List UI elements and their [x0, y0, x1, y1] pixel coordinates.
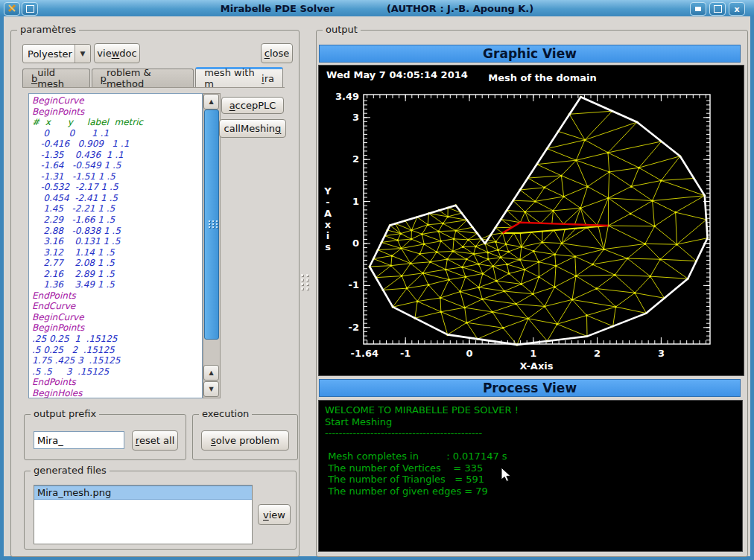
close-button[interactable]: close	[261, 43, 293, 63]
svg-text:1: 1	[530, 348, 536, 359]
svg-text:Y: Y	[323, 185, 332, 197]
app-window: Mirabelle PDE Solver (AUTHOR : J.-B. Apo…	[0, 0, 754, 560]
svg-text:-1: -1	[400, 348, 411, 359]
editor-line: EndCurve	[32, 301, 202, 312]
svg-text:0: 0	[466, 348, 472, 359]
close-window-button[interactable]: x	[729, 2, 745, 16]
svg-text:-1: -1	[349, 279, 359, 290]
process-view-header: Process View	[319, 379, 741, 397]
svg-text:i: i	[326, 230, 329, 241]
output-prefix-group: output prefix reset all	[24, 414, 186, 460]
execution-group: execution solve problem	[192, 414, 298, 460]
editor-line: -0.416 0.909 1 .1	[32, 139, 202, 150]
svg-text:3: 3	[658, 348, 665, 359]
editor-line: 3.16 0.131 1 .5	[32, 236, 202, 247]
svg-text:-1.64: -1.64	[351, 348, 378, 359]
svg-text:-2: -2	[349, 322, 359, 333]
svg-text:3: 3	[352, 112, 359, 123]
mesher-select-value: Polyester	[23, 48, 75, 60]
mesh-geometry-editor[interactable]: BeginCurveBeginPoints# x y label metric …	[28, 93, 203, 398]
parameters-legend: paramètres	[17, 24, 79, 35]
console-line: WELCOME TO MIRABELLE PDE SOLVER !	[325, 404, 736, 416]
console-line	[325, 439, 736, 451]
process-console: WELCOME TO MIRABELLE PDE SOLVER !Start M…	[318, 400, 743, 552]
title-bar: Mirabelle PDE Solver (AUTHOR : J.-B. Apo…	[0, 0, 754, 16]
generated-files-list[interactable]: Mira_mesh.png	[34, 485, 253, 544]
window-title: Mirabelle PDE Solver (AUTHOR : J.-B. Apo…	[0, 0, 754, 16]
graphic-view-header: Graphic View	[319, 45, 741, 63]
maximize-button[interactable]	[709, 2, 726, 16]
editor-line: 1.36 3.49 1 .5	[32, 279, 202, 290]
scrollbar-grip-icon	[209, 220, 218, 228]
editor-line: BeginPoints	[32, 106, 202, 118]
tab-build-mesh[interactable]: build mesh	[22, 69, 90, 87]
scroll-up-icon[interactable]: ▲	[203, 94, 219, 109]
editor-line: -0.532 -2.17 1 .5	[32, 182, 202, 193]
editor-line: 2.29 -1.66 1 .5	[32, 214, 202, 226]
editor-line: 2.88 -0.838 1 .5	[32, 226, 202, 237]
output-prefix-input[interactable]	[34, 431, 124, 449]
mesh-plot: Wed May 7 04:05:14 2014Mesh of the domai…	[319, 66, 744, 375]
view-file-button[interactable]: view	[258, 504, 291, 525]
console-line: The number of given edges = 79	[325, 486, 736, 497]
generated-files-legend: generated files	[31, 465, 110, 476]
editor-line: 1.75 .425 3 .15125	[32, 355, 202, 366]
svg-text:0: 0	[352, 238, 359, 249]
editor-line: 1.45 -2.21 1 .5	[32, 203, 202, 214]
svg-text:s: s	[325, 241, 331, 252]
editor-scrollbar[interactable]: ▲ ▲ ▼	[203, 93, 221, 398]
mesher-select[interactable]: Polyester ▼	[22, 44, 91, 63]
editor-line: BeginCurve	[32, 95, 202, 106]
reset-all-button[interactable]: reset all	[132, 430, 178, 451]
solve-problem-button[interactable]: solve problem	[201, 430, 289, 451]
view-doc-button[interactable]: view doc	[94, 43, 140, 63]
editor-line: -1.35 0.436 1 .1	[32, 150, 202, 161]
editor-scrollbar-thumb[interactable]	[204, 109, 219, 340]
svg-text:2: 2	[594, 348, 601, 359]
console-line: Mesh completes in : 0.017147 s	[325, 451, 736, 462]
svg-text:2: 2	[352, 153, 359, 165]
tab-problem-method[interactable]: problem & method	[92, 69, 194, 87]
editor-line: .5 .5 3 .15125	[32, 366, 202, 378]
window-author-text: (AUTHOR : J.-B. Apoung K.)	[387, 3, 533, 14]
svg-text:1: 1	[352, 196, 359, 207]
notebook-tabs: build meshproblem & methodmesh with mira	[22, 68, 285, 88]
svg-text:Mesh of the domain: Mesh of the domain	[488, 72, 596, 83]
editor-line: 0 0 1 .1	[32, 128, 202, 139]
console-line: ----------------------------------------…	[325, 427, 736, 439]
output-prefix-legend: output prefix	[31, 408, 99, 419]
call-meshing-button[interactable]: callMeshing	[219, 119, 286, 138]
editor-line: .5 0.25 2 .15125	[32, 345, 202, 356]
panel-sash-grip[interactable]	[301, 274, 309, 290]
file-list-item[interactable]: Mira_mesh.png	[34, 486, 252, 500]
editor-line: .25 0.25 1 .15125	[32, 334, 202, 345]
editor-line: 2.16 2.89 1 .5	[32, 269, 202, 280]
close-window-icon: x	[734, 4, 739, 14]
execution-legend: execution	[199, 408, 252, 419]
svg-text:3.49: 3.49	[335, 91, 359, 102]
window-title-text: Mirabelle PDE Solver	[221, 3, 335, 14]
editor-line: 2.77 2.08 1 .5	[32, 258, 202, 269]
minimize-button[interactable]	[690, 2, 706, 16]
scroll-down-icon[interactable]: ▼	[203, 381, 219, 397]
minimize-icon	[695, 7, 701, 11]
scroll-up2-icon[interactable]: ▲	[203, 365, 219, 381]
chevron-down-icon: ▼	[75, 45, 90, 63]
editor-line: -1.31 -1.51 1 .5	[32, 171, 202, 182]
editor-line: -1.64 -0.549 1 .5	[32, 160, 202, 171]
maximize-icon	[714, 5, 722, 13]
editor-line: BeginHoles	[32, 388, 202, 398]
editor-line: BeginCurve	[32, 312, 202, 323]
accep-plc-button[interactable]: accepPLC	[221, 97, 284, 114]
graphic-view-canvas: Wed May 7 04:05:14 2014Mesh of the domai…	[318, 65, 744, 376]
svg-text:A: A	[324, 208, 332, 219]
editor-line: 3.12 1.14 1 .5	[32, 247, 202, 258]
console-line: The number of Triangles = 591	[325, 474, 736, 486]
editor-line: 0.454 -2.41 1 .5	[32, 193, 202, 204]
svg-text:x: x	[325, 219, 332, 230]
console-line: Start Meshing	[325, 416, 736, 428]
editor-line: BeginPoints	[32, 322, 202, 334]
svg-text:-: -	[326, 197, 329, 208]
console-line: The number of Vertices = 335	[325, 462, 736, 474]
tab-mesh-with-mira[interactable]: mesh with mira	[195, 67, 283, 87]
